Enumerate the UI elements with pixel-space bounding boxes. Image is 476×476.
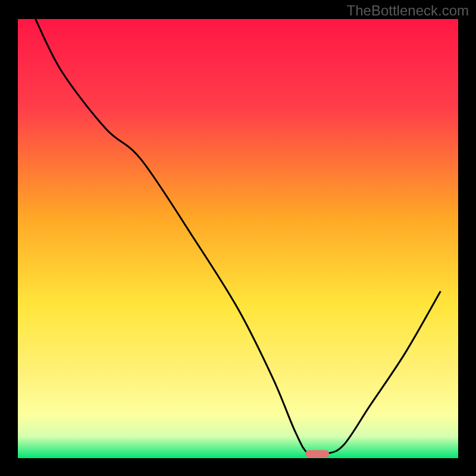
chart-frame: { "watermark": "TheBottleneck.com", "cha… [0, 0, 476, 476]
target-marker [305, 450, 329, 458]
watermark-text: TheBottleneck.com [347, 2, 469, 19]
gradient-background [18, 19, 458, 458]
bottleneck-chart [0, 0, 476, 476]
